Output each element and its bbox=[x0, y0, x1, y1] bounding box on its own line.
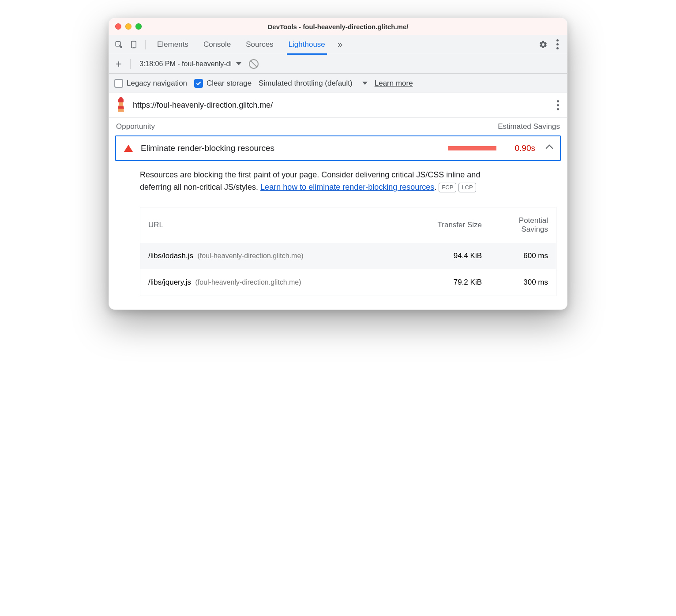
resource-host: (foul-heavenly-direction.glitch.me) bbox=[198, 252, 304, 259]
cell-url: /libs/jquery.js (foul-heavenly-direction… bbox=[140, 269, 424, 296]
main-tabstrip: Elements Console Sources Lighthouse » bbox=[109, 35, 567, 54]
estimated-savings-heading: Estimated Savings bbox=[498, 122, 560, 131]
tab-console[interactable]: Console bbox=[197, 35, 237, 54]
tab-label: Lighthouse bbox=[289, 40, 325, 49]
throttling-label: Simulated throttling (default) bbox=[259, 79, 353, 88]
col-url: URL bbox=[140, 212, 424, 238]
tab-elements[interactable]: Elements bbox=[151, 35, 195, 54]
opportunity-header: Opportunity Estimated Savings bbox=[109, 118, 567, 135]
lcp-badge: LCP bbox=[458, 183, 476, 192]
devtools-window: DevTools - foul-heavenly-direction.glitc… bbox=[109, 18, 567, 310]
opportunity-title: Eliminate render-blocking resources bbox=[141, 143, 274, 153]
tab-lighthouse[interactable]: Lighthouse bbox=[282, 35, 331, 54]
report-dropdown[interactable]: 3:18:06 PM - foul-heavenly-di bbox=[136, 57, 245, 71]
lighthouse-icon bbox=[115, 99, 127, 112]
chevron-down-icon bbox=[236, 62, 241, 65]
clear-icon bbox=[249, 59, 259, 69]
new-report-button[interactable]: + bbox=[113, 58, 125, 70]
cell-savings: 600 ms bbox=[490, 243, 556, 269]
table-header-row: URL Transfer Size Potential Savings bbox=[140, 207, 556, 243]
report-url: https://foul-heavenly-direction.glitch.m… bbox=[133, 101, 273, 110]
table-row: /libs/lodash.js (foul-heavenly-direction… bbox=[140, 243, 556, 269]
separator bbox=[130, 59, 131, 69]
resource-path: /libs/jquery.js bbox=[148, 278, 191, 286]
device-toolbar-icon[interactable] bbox=[128, 38, 140, 51]
table-row: /libs/jquery.js (foul-heavenly-direction… bbox=[140, 269, 556, 296]
legacy-navigation-checkbox[interactable]: Legacy navigation bbox=[114, 79, 187, 88]
clear-all-button[interactable] bbox=[248, 58, 260, 70]
window-title: DevTools - foul-heavenly-direction.glitc… bbox=[109, 23, 567, 30]
throttling-dropdown[interactable]: Simulated throttling (default) bbox=[259, 79, 368, 88]
checkbox-icon bbox=[114, 79, 123, 88]
chevron-up-icon bbox=[546, 145, 553, 152]
tab-label: Sources bbox=[246, 40, 273, 49]
more-tabs-icon[interactable]: » bbox=[334, 38, 346, 51]
opportunity-desc-post: . bbox=[434, 183, 436, 192]
resource-path: /libs/lodash.js bbox=[148, 252, 193, 260]
titlebar: DevTools - foul-heavenly-direction.glitc… bbox=[109, 18, 567, 35]
savings-value: 0.90s bbox=[504, 143, 535, 153]
savings-bar bbox=[448, 146, 496, 150]
resources-table: URL Transfer Size Potential Savings /lib… bbox=[140, 207, 556, 296]
resource-host: (foul-heavenly-direction.glitch.me) bbox=[195, 278, 301, 286]
kebab-menu-icon[interactable] bbox=[551, 38, 563, 51]
fcp-badge: FCP bbox=[439, 183, 456, 192]
inspect-element-icon[interactable] bbox=[113, 38, 125, 51]
lighthouse-options: Legacy navigation Clear storage Simulate… bbox=[109, 74, 567, 93]
report-url-row: https://foul-heavenly-direction.glitch.m… bbox=[109, 93, 567, 118]
tab-sources[interactable]: Sources bbox=[240, 35, 279, 54]
chevron-down-icon bbox=[362, 82, 368, 85]
lighthouse-toolbar: + 3:18:06 PM - foul-heavenly-di bbox=[109, 54, 567, 74]
cell-url: /libs/lodash.js (foul-heavenly-direction… bbox=[140, 243, 424, 269]
opportunity-item[interactable]: Eliminate render-blocking resources 0.90… bbox=[115, 135, 561, 161]
legacy-navigation-label: Legacy navigation bbox=[127, 79, 187, 88]
tab-label: Console bbox=[203, 40, 231, 49]
checkbox-icon bbox=[194, 79, 203, 88]
cell-size: 79.2 KiB bbox=[424, 269, 490, 296]
separator bbox=[145, 40, 146, 49]
clear-storage-checkbox[interactable]: Clear storage bbox=[194, 79, 252, 88]
col-transfer-size: Transfer Size bbox=[424, 212, 490, 238]
tab-label: Elements bbox=[157, 40, 188, 49]
opportunity-heading: Opportunity bbox=[116, 122, 155, 131]
settings-icon[interactable] bbox=[537, 38, 549, 51]
learn-more-link[interactable]: Learn more bbox=[375, 79, 413, 88]
cell-savings: 300 ms bbox=[490, 269, 556, 296]
col-potential-savings: Potential Savings bbox=[490, 207, 556, 243]
opportunity-learn-link[interactable]: Learn how to eliminate render-blocking r… bbox=[260, 183, 434, 192]
fail-triangle-icon bbox=[124, 145, 133, 152]
opportunity-description: Resources are blocking the first paint o… bbox=[109, 161, 524, 198]
cell-size: 94.4 KiB bbox=[424, 243, 490, 269]
report-dropdown-label: 3:18:06 PM - foul-heavenly-di bbox=[139, 60, 232, 68]
report-menu-icon[interactable] bbox=[554, 98, 562, 113]
clear-storage-label: Clear storage bbox=[207, 79, 252, 88]
